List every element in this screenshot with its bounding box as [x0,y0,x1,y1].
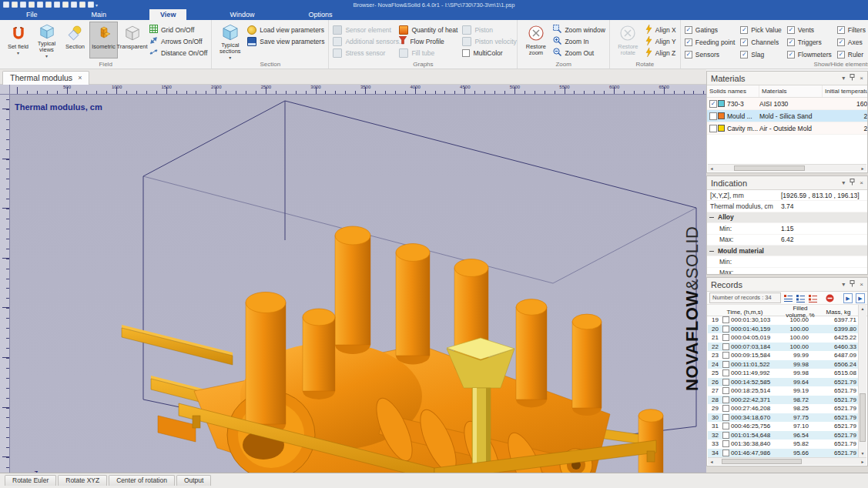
scroll-right-icon[interactable]: ► [859,460,866,464]
record-checkbox[interactable] [722,361,729,368]
record-checkbox[interactable] [722,369,729,376]
record-checkbox[interactable] [722,414,729,421]
record-checkbox[interactable] [722,423,729,430]
filter-view-button[interactable] [808,293,817,303]
sensor-element-button[interactable]: Sensor element [333,24,396,35]
viewport-3d[interactable]: z x y 5001000150020002500300035004000450… [0,85,706,473]
pin-icon[interactable] [850,179,855,187]
column-mass[interactable]: Mass, kg [818,309,859,316]
showhide-ruler[interactable]: ✓Ruler [837,48,866,61]
record-checkbox[interactable] [722,440,729,447]
record-row[interactable]: 29000:27:46,20898.256521.79 [708,404,860,413]
record-row[interactable]: 19000:01:30,103100.006397.71 [708,316,860,325]
statusbar-tab-rotate-euler[interactable]: Rotate Euler [5,475,56,486]
menu-view[interactable]: View [149,9,186,20]
record-row[interactable]: 28000:22:42,37198.726521.79 [708,396,860,405]
record-checkbox[interactable] [722,387,729,394]
scroll-up-icon[interactable]: ▲ [859,305,866,313]
record-row[interactable]: 32001:01:54,64896.546521.79 [708,431,860,440]
menu-main[interactable]: Main [81,9,118,20]
close-icon[interactable]: × [860,75,863,82]
scroll-down-icon[interactable]: ▼ [859,450,866,457]
material-row[interactable]: Mould ...Mold - Silica Sand20 [707,110,867,122]
showhide-filters[interactable]: ✓Filters [837,24,866,36]
quick-access-icon[interactable] [3,2,9,8]
scroll-thumb[interactable] [734,165,805,171]
close-icon[interactable]: × [860,282,863,288]
quick-access-icon[interactable] [20,2,26,8]
multicolor-checkbox[interactable]: MultiColor [462,47,513,58]
material-row[interactable]: Cavity m...Air - Outside Mold20 [707,122,867,135]
material-row[interactable]: ✓730-3AISI 10301600 [707,98,867,110]
column-time[interactable]: Time, (h,m,s) [707,309,783,316]
quick-access-icon[interactable] [62,2,69,8]
quick-access-icon[interactable] [12,2,18,8]
scroll-left-icon[interactable]: ◄ [708,460,716,464]
quick-access-icon[interactable] [28,2,35,8]
quick-access-icon[interactable] [88,2,94,8]
additional-sensors-button[interactable]: Additional sensors... [333,35,396,47]
align-x-button[interactable]: Align X [645,24,676,35]
statusbar-tab-center-of-rotation[interactable]: Center of rotation [109,475,175,486]
showhide-axes[interactable]: ✓Axes [837,36,866,48]
statusbar-tab-output[interactable]: Output [176,475,212,486]
grid-toggle[interactable]: Grid On/Off [149,24,207,35]
play-to-end-button[interactable]: ▶ [856,293,865,303]
showhide-triggers[interactable]: ✓Triggers [787,36,832,48]
showhide-gatings[interactable]: ✓Gatings [685,24,736,36]
piston-velocity-button[interactable]: Piston velocity [462,35,513,47]
record-row[interactable]: 27000:18:25,51499.196521.79 [708,386,860,396]
material-checkbox[interactable] [709,125,717,132]
statusbar-tab-rotate-xyz[interactable]: Rotate XYZ [58,475,107,486]
arrows-toggle[interactable]: Arrows On/Off [149,35,207,47]
record-row[interactable]: 25000:11:49,99299.986515.08 [708,369,860,378]
record-checkbox[interactable] [722,326,729,333]
typical-views-button[interactable]: Typical views ▾ [32,22,61,58]
quick-access-icon[interactable] [71,2,77,8]
record-row[interactable]: 21000:04:05,019100.006425.22 [708,333,860,343]
material-checkbox[interactable] [709,112,717,120]
showhide-sensors[interactable]: ✓Sensors [685,48,736,61]
showhide-feeding-point[interactable]: ✓Feeding point [685,36,736,48]
quick-access-icon[interactable] [37,2,43,8]
section-button[interactable]: Section [61,22,89,58]
column-materials[interactable]: Materials [759,85,823,97]
scroll-thumb[interactable] [860,393,866,442]
piston-button[interactable]: Piston [462,24,513,35]
record-row[interactable]: 31000:46:25,75697.106521.79 [708,422,860,431]
scroll-right-icon[interactable]: ► [859,166,866,171]
restore-rotate-button[interactable]: Restore rotate [614,22,642,58]
record-row[interactable]: 33001:36:38,84095.826521.79 [708,440,860,449]
record-checkbox[interactable] [722,450,729,456]
transparent-button[interactable]: Transparent [118,22,146,58]
record-checkbox[interactable] [722,352,729,359]
play-forward-button[interactable]: ▶ [843,293,853,303]
column-solids-names[interactable]: Solids names [707,85,759,97]
record-checkbox[interactable] [722,334,729,341]
set-field-button[interactable]: Set field ▾ [4,22,32,58]
panel-menu-icon[interactable]: ▾ [842,75,845,82]
record-checkbox[interactable] [722,405,729,412]
record-checkbox[interactable] [722,379,729,386]
align-z-button[interactable]: Align Z [645,47,676,58]
delete-records-button[interactable] [825,293,834,303]
record-checkbox[interactable] [722,316,729,323]
record-checkbox[interactable] [722,396,729,403]
pin-icon[interactable] [850,280,855,289]
stress-sensor-button[interactable]: Stress sensor [333,47,396,58]
record-row[interactable]: 34001:46:47,98695.666521.79 [708,449,860,458]
align-y-button[interactable]: Align Y [645,35,676,47]
quick-access-dropdown-icon[interactable]: ▾ [96,2,98,8]
tab-thermal-modulus[interactable]: Thermal modulus × [2,71,89,85]
save-view-parameters-button[interactable]: Save view parameters [247,35,324,47]
records-hscrollbar[interactable]: ◄ ► [708,457,866,465]
showhide-slag[interactable]: ✓Slag [740,48,782,61]
record-checkbox[interactable] [722,343,729,350]
showhide-flowmeters[interactable]: ✓Flowmeters [787,48,832,61]
record-row[interactable]: 22000:07:03,184100.006460.33 [708,343,860,352]
showhide-channels[interactable]: ✓Channels [740,36,782,48]
records-vscrollbar[interactable]: ▲ ▼ [858,305,866,457]
column-initial-temperature[interactable]: Initial temperature [823,85,868,97]
typical-sections-button[interactable]: Typical sections ▾ [216,22,244,58]
material-checkbox[interactable]: ✓ [709,100,717,108]
